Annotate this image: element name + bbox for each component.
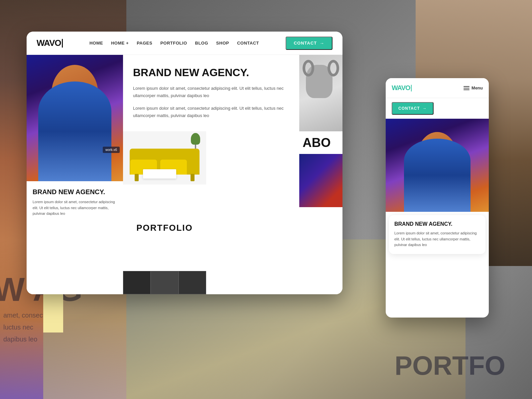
portfolio-label: PORTFOLIO bbox=[123, 185, 206, 271]
lorem-text-2: Lorem ipsum dolor sit amet, consectetur … bbox=[133, 105, 289, 119]
left-image-col: work-x6 BRAND NEW AGENCY. Lorem ipsum do… bbox=[27, 55, 123, 294]
desktop-logo: WAVO bbox=[37, 38, 63, 48]
mobile-lorem-text: Lorem ipsum dolor sit amet, consectetur … bbox=[394, 230, 480, 248]
hamburger-icon bbox=[464, 86, 469, 90]
mobile-logo-cursor bbox=[411, 85, 412, 91]
grid-images bbox=[123, 271, 206, 294]
portfolio-left: PORTFOLIO bbox=[123, 131, 206, 294]
hero-image: work-x6 bbox=[27, 55, 123, 181]
grid-img-1 bbox=[123, 271, 151, 294]
cta-label: CONTACT bbox=[294, 41, 317, 46]
about-text: ABO bbox=[299, 131, 342, 154]
bottom-left-section: BRAND NEW AGENCY. Lorem ipsum dolor sit … bbox=[27, 181, 123, 294]
mobile-logo-text: WAVO bbox=[392, 84, 410, 92]
mobile-contact-button[interactable]: CONTACT → bbox=[392, 102, 434, 115]
hamburger-line-3 bbox=[464, 89, 469, 90]
mobile-logo: WAVO bbox=[392, 84, 412, 92]
bottom-brand-desc: Lorem ipsum dolor sit amet, consectetur … bbox=[33, 199, 117, 217]
mobile-hero-image bbox=[386, 119, 489, 212]
desktop-body: work-x6 BRAND NEW AGENCY. Lorem ipsum do… bbox=[27, 55, 342, 294]
desktop-nav: WAVO HOME HOME + PAGES PORTFOLIO BLOG SH… bbox=[27, 32, 342, 55]
mobile-cta-row: CONTACT → bbox=[386, 98, 489, 119]
mobile-card: WAVO Menu CONTACT → BRAND NEW AGENCY. Lo… bbox=[386, 78, 489, 318]
lorem-text-1: Lorem ipsum dolor sit amet, consectetur … bbox=[133, 85, 289, 99]
mobile-cta-label: CONTACT bbox=[398, 106, 420, 111]
work-badge: work-x6 bbox=[103, 147, 120, 153]
mobile-cta-arrow-icon: → bbox=[423, 106, 427, 111]
person-hoodie bbox=[38, 81, 111, 181]
desktop-contact-button[interactable]: CONTACT → bbox=[286, 37, 332, 50]
nav-home[interactable]: HOME bbox=[89, 41, 103, 46]
logo-text: WAVO bbox=[37, 38, 61, 48]
nav-pages[interactable]: PAGES bbox=[137, 41, 152, 46]
grid-img-2 bbox=[151, 271, 178, 294]
menu-label: Menu bbox=[471, 85, 483, 90]
mobile-menu-button[interactable]: Menu bbox=[464, 85, 483, 90]
portfolio-section: PORTFOLIO bbox=[123, 131, 299, 294]
logo-cursor bbox=[62, 39, 63, 48]
nav-home-plus[interactable]: HOME + bbox=[111, 41, 129, 46]
hamburger-line-2 bbox=[464, 88, 469, 88]
nav-links: HOME HOME + PAGES PORTFOLIO BLOG SHOP CO… bbox=[89, 41, 259, 46]
person-photo: work-x6 bbox=[27, 55, 123, 181]
hamburger-line-1 bbox=[464, 86, 469, 87]
bg-portfolio-text: PORTFO bbox=[395, 352, 505, 379]
mobile-bottom-card: BRAND NEW AGENCY. Lorem ipsum dolor sit … bbox=[389, 215, 485, 254]
mobile-nav: WAVO Menu bbox=[386, 78, 489, 98]
bottom-brand-title: BRAND NEW AGENCY. bbox=[33, 188, 117, 196]
hero-text-section: BRAND NEW AGENCY. Lorem ipsum dolor sit … bbox=[123, 55, 299, 131]
desktop-card: WAVO HOME HOME + PAGES PORTFOLIO BLOG SH… bbox=[27, 32, 342, 294]
blue-image bbox=[299, 154, 342, 207]
center-content: BRAND NEW AGENCY. Lorem ipsum dolor sit … bbox=[123, 55, 299, 294]
nav-blog[interactable]: BLOG bbox=[195, 41, 208, 46]
right-col: ABO bbox=[299, 55, 342, 294]
ram-horn-right bbox=[328, 60, 339, 76]
nav-portfolio[interactable]: PORTFOLIO bbox=[160, 41, 187, 46]
cta-arrow-icon: → bbox=[320, 41, 325, 46]
ram-image bbox=[299, 55, 342, 131]
ram-horn-left bbox=[303, 60, 314, 76]
grid-img-3 bbox=[179, 271, 206, 294]
nav-contact[interactable]: CONTACT bbox=[237, 41, 259, 46]
portfolio-text: PORTFOLIO bbox=[136, 223, 193, 233]
nav-shop[interactable]: SHOP bbox=[216, 41, 229, 46]
mobile-person-hoodie bbox=[404, 139, 470, 212]
sofa-image bbox=[123, 131, 206, 185]
brand-title-large: BRAND NEW AGENCY. bbox=[133, 66, 289, 79]
mobile-brand-title: BRAND NEW AGENCY. bbox=[394, 221, 480, 227]
